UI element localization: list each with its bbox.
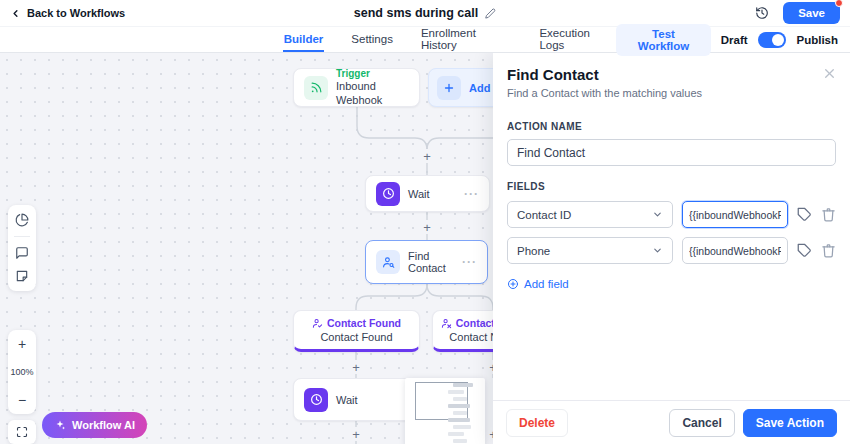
delete-field-icon[interactable]: [821, 207, 836, 222]
canvas-side-toolbar: [8, 205, 36, 291]
save-button[interactable]: Save: [783, 2, 840, 24]
toggle-knob: [772, 34, 784, 46]
add-step-button[interactable]: +: [420, 149, 434, 163]
stats-pie-icon[interactable]: [15, 213, 29, 227]
unsaved-changes-dot: [835, 0, 843, 7]
branch-contact-not-found[interactable]: Contact Not Found Contact Not Found: [432, 310, 493, 352]
chevron-left-icon: [10, 8, 21, 19]
top-header: Back to Workflows send sms during call S…: [0, 0, 850, 27]
panel-footer: Delete Cancel Save Action: [493, 400, 850, 444]
clock-icon: [376, 182, 400, 206]
clock-icon: [304, 388, 328, 412]
branch-found-subtitle: Contact Found: [320, 331, 392, 343]
action-name-input[interactable]: [507, 139, 836, 166]
zoom-level: 100%: [10, 367, 33, 377]
field-key-select[interactable]: Phone: [507, 237, 673, 264]
workflow-canvas[interactable]: Trigger Inbound Webhook Add New Trigger …: [0, 53, 493, 444]
field-key-select[interactable]: Contact ID: [507, 201, 673, 228]
workflow-title: send sms during call: [354, 6, 496, 20]
publish-label: Publish: [796, 34, 838, 46]
field-value-input[interactable]: [682, 201, 788, 228]
workflow-ai-label: Workflow AI: [72, 419, 135, 431]
field-row: Contact ID: [507, 201, 836, 228]
action-name-label: ACTION NAME: [507, 121, 836, 132]
action-settings-panel: Find Contact Find a Contact with the mat…: [493, 53, 850, 444]
field-value-input[interactable]: [682, 237, 788, 264]
zoom-in-button[interactable]: +: [18, 337, 26, 351]
zoom-out-button[interactable]: −: [18, 393, 26, 407]
node-wait-1[interactable]: Wait ···: [365, 175, 490, 212]
contact-search-icon: [376, 250, 400, 274]
tab-execution-logs[interactable]: Execution Logs: [538, 27, 616, 52]
node-more-menu[interactable]: ···: [462, 255, 477, 269]
add-new-trigger-label: Add New Trigger: [469, 82, 493, 94]
trigger-name: Inbound Webhook: [336, 80, 409, 108]
add-step-button[interactable]: +: [420, 220, 434, 234]
branch-found-title: Contact Found: [327, 317, 401, 329]
tab-bar: Builder Settings Enrollment History Exec…: [0, 27, 850, 53]
workflow-title-text: send sms during call: [354, 6, 478, 20]
comment-icon[interactable]: [15, 246, 29, 260]
close-panel-icon[interactable]: [823, 67, 836, 80]
publish-toggle[interactable]: [758, 32, 787, 48]
custom-values-tag-icon[interactable]: [797, 243, 812, 258]
node-more-menu[interactable]: ···: [464, 187, 479, 201]
minimap[interactable]: [405, 378, 485, 444]
fields-label: FIELDS: [507, 181, 836, 192]
node-add-new-trigger[interactable]: Add New Trigger: [428, 68, 493, 107]
delete-action-button[interactable]: Delete: [506, 409, 568, 437]
add-step-button[interactable]: +: [349, 427, 363, 441]
note-icon[interactable]: [15, 269, 29, 283]
sparkle-icon: [54, 419, 66, 431]
find-contact-node-label: Find Contact: [408, 250, 454, 274]
person-x-icon: [441, 318, 452, 329]
zoom-controls: + 100% −: [8, 330, 36, 414]
draft-label: Draft: [721, 34, 748, 46]
fit-view-button[interactable]: [8, 420, 36, 444]
node-wait-2[interactable]: Wait: [293, 378, 420, 421]
person-check-icon: [312, 318, 323, 329]
delete-field-icon[interactable]: [821, 243, 836, 258]
workflow-builder-app: Back to Workflows send sms during call S…: [0, 0, 850, 444]
branch-not-found-title: Contact Not Found: [456, 317, 493, 329]
back-label: Back to Workflows: [27, 7, 125, 19]
back-to-workflows-link[interactable]: Back to Workflows: [10, 7, 125, 19]
plus-icon: [437, 76, 461, 100]
trigger-type-label: Trigger: [336, 68, 409, 81]
node-trigger-inbound-webhook[interactable]: Trigger Inbound Webhook: [293, 68, 420, 107]
tab-builder[interactable]: Builder: [283, 27, 325, 52]
branch-contact-found[interactable]: Contact Found Contact Found: [293, 310, 420, 352]
chevron-down-icon: [652, 245, 663, 256]
tab-settings[interactable]: Settings: [350, 27, 394, 52]
toolbar-divider: [14, 236, 30, 237]
custom-values-tag-icon[interactable]: [797, 207, 812, 222]
tab-enrollment-history[interactable]: Enrollment History: [420, 27, 513, 52]
branch-not-found-subtitle: Contact Not Found: [449, 331, 493, 343]
edit-title-icon[interactable]: [485, 8, 496, 19]
add-step-button[interactable]: +: [486, 427, 493, 441]
add-step-button[interactable]: +: [349, 360, 363, 374]
add-step-button[interactable]: +: [486, 360, 493, 374]
node-find-contact[interactable]: Find Contact ···: [365, 240, 488, 284]
version-history-icon[interactable]: [755, 6, 769, 20]
circle-plus-icon: [507, 278, 519, 290]
panel-description: Find a Contact with the matching values: [507, 87, 836, 99]
field-row: Phone: [507, 237, 836, 264]
webhook-icon: [304, 76, 328, 100]
cancel-button[interactable]: Cancel: [669, 409, 734, 437]
save-action-button[interactable]: Save Action: [743, 409, 837, 437]
wait-node-label: Wait: [408, 188, 430, 200]
wait-node-label: Wait: [336, 394, 358, 406]
add-field-button[interactable]: Add field: [507, 278, 569, 290]
chevron-down-icon: [652, 209, 663, 220]
workflow-ai-button[interactable]: Workflow AI: [42, 412, 147, 438]
test-workflow-button[interactable]: Test Workflow: [616, 24, 711, 56]
panel-title: Find Contact: [507, 66, 836, 83]
